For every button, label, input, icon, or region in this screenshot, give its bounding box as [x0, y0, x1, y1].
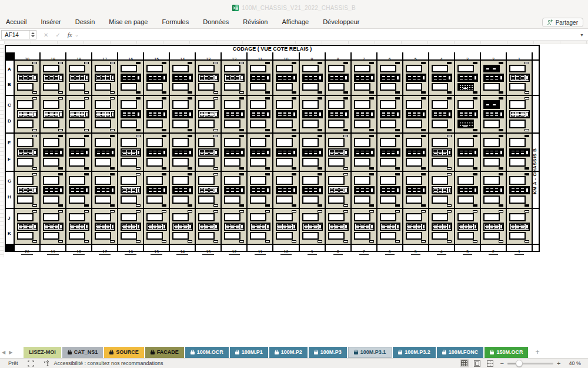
column-headers-strip — [4, 41, 588, 44]
cancel-entry-icon[interactable]: ✕ — [44, 32, 48, 38]
relay-module — [91, 171, 117, 208]
ribbon-tab-dessin[interactable]: Dessin — [68, 18, 102, 25]
name-box[interactable]: AF14 — [1, 30, 36, 39]
page-layout-view-icon[interactable] — [473, 359, 482, 367]
zoom-level-label[interactable]: 40 % — [569, 360, 581, 366]
normal-view-icon[interactable] — [460, 359, 469, 367]
column-number: 10 — [272, 52, 298, 59]
relay-module — [402, 208, 428, 244]
ribbon-tab-données[interactable]: Données — [196, 18, 236, 25]
sheet-tab-100m.p2[interactable]: 100M.P2 — [269, 347, 308, 358]
accessibility-status-label[interactable]: Accessibilité : consultez nos recommanda… — [54, 360, 163, 366]
chassis-side-label: KM A - CHASSIS B — [532, 100, 539, 194]
column-number: 9 — [299, 244, 325, 251]
lock-icon — [314, 352, 318, 354]
page-break-view-icon[interactable] — [486, 359, 495, 367]
relay-module — [14, 95, 39, 132]
sheet-tab-100m.p3[interactable]: 100M.P3 — [309, 347, 347, 358]
sheet-area[interactable]: CODAGE ( VUE COTE RELAIS ) 2019181716151… — [0, 41, 588, 346]
share-button[interactable]: Partager — [542, 18, 583, 27]
ribbon-tabs: AccueilInsérerDessinMise en pageFormules… — [6, 18, 367, 25]
zoom-slider[interactable] — [507, 363, 553, 364]
sheet-tab-150m.ocr[interactable]: 150M.OCR — [485, 347, 528, 358]
relay-module — [246, 95, 272, 132]
sheet-tab-facade[interactable]: FACADE — [145, 347, 184, 358]
column-number: 17 — [91, 244, 117, 251]
relay-module — [428, 132, 454, 171]
relay-module — [428, 171, 454, 208]
tab-scroll-left-icon[interactable]: ◀ — [2, 350, 5, 355]
ribbon-tab-révision[interactable]: Révision — [236, 18, 275, 25]
ribbon-tab-affichage[interactable]: Affichage — [275, 18, 316, 25]
relay-module — [169, 208, 195, 244]
relay-module — [299, 171, 325, 208]
relay-module — [117, 95, 143, 132]
formula-bar-expand-icon[interactable]: ▼ — [580, 33, 584, 37]
relay-module — [272, 208, 298, 244]
relay-module — [454, 132, 480, 171]
formula-bar: AF14 ✕ ✓ fx ⌄ ▼ — [0, 29, 588, 41]
relay-module — [91, 59, 117, 95]
relay-module — [299, 95, 325, 132]
relay-module — [65, 59, 91, 95]
zoom-slider-thumb[interactable] — [516, 360, 523, 367]
insert-function-icon[interactable]: fx — [68, 31, 72, 38]
relay-module — [14, 132, 39, 171]
relay-coding-drawing[interactable]: CODAGE ( VUE COTE RELAIS ) 2019181716151… — [5, 45, 540, 252]
relay-module — [246, 208, 272, 244]
titlebar: 100M_CHASSIS_V21_2022_CHASSIS_B — [0, 0, 588, 15]
sheet-tab-source[interactable]: SOURCE — [104, 347, 144, 358]
relay-module — [91, 132, 117, 171]
lock-icon — [68, 352, 72, 354]
relay-module — [14, 171, 39, 208]
lock-icon — [109, 352, 113, 354]
ribbon-tab-insérer[interactable]: Insérer — [34, 18, 68, 25]
relay-module — [299, 132, 325, 171]
relay-module — [117, 208, 143, 244]
zoom-in-button[interactable]: + — [557, 360, 560, 367]
name-box-stepper[interactable] — [29, 31, 36, 39]
relay-module — [272, 59, 298, 95]
sheet-tab-100m.p3.2[interactable]: 100M.P3.2 — [393, 347, 436, 358]
relay-module — [220, 208, 246, 244]
relay-module — [39, 59, 65, 95]
relay-module — [220, 132, 246, 171]
sheet-tab-100m.p1[interactable]: 100M.P1 — [230, 347, 268, 358]
sheet-tab-100m.ocr[interactable]: 100M.OCR — [185, 347, 229, 358]
relay-module — [299, 208, 325, 244]
sheet-tab-100m.p3.1[interactable]: 100M.P3.1 — [348, 347, 392, 358]
add-sheet-button[interactable]: + — [535, 348, 539, 356]
row-letters: AB — [6, 59, 14, 95]
column-number: 15 — [143, 52, 169, 59]
confirm-entry-icon[interactable]: ✓ — [55, 32, 60, 38]
stepper-down-icon[interactable] — [31, 35, 35, 37]
relay-module — [428, 59, 454, 95]
ribbon-tab-développeur[interactable]: Développeur — [316, 18, 366, 25]
sheet-tab-cat_ns1[interactable]: CAT_NS1 — [62, 347, 103, 358]
relay-module — [480, 132, 506, 171]
sheet-tab-100m.fonc[interactable]: 100M.FONC — [437, 347, 484, 358]
relay-module — [350, 95, 376, 132]
column-number: 8 — [325, 244, 350, 251]
selection-mode-icon[interactable] — [28, 360, 34, 367]
corner-black-square — [6, 244, 14, 251]
lock-icon — [191, 352, 195, 354]
sheet-tab-lisez-moi[interactable]: LISEZ-MOI — [24, 347, 61, 358]
ribbon-tab-mise-en-page[interactable]: Mise en page — [102, 18, 155, 25]
column-number: 2 — [480, 52, 506, 59]
accessibility-check-icon[interactable] — [44, 360, 51, 367]
relay-module — [325, 132, 350, 171]
ribbon-tab-accueil[interactable]: Accueil — [6, 18, 34, 25]
ribbon-tab-formules[interactable]: Formules — [155, 18, 196, 25]
column-number: 4 — [428, 52, 454, 59]
column-number: 13 — [195, 52, 220, 59]
formula-input[interactable] — [79, 29, 580, 40]
tab-scroll-right-icon[interactable]: ▶ — [9, 350, 12, 355]
relay-module — [91, 208, 117, 244]
relay-module — [117, 171, 143, 208]
ready-status-label: Prêt — [8, 360, 18, 366]
drawing-grid: 2019181716151413121110987654321ABCDEFGHJ… — [6, 52, 539, 251]
zoom-out-button[interactable]: − — [500, 360, 504, 367]
lock-icon — [235, 352, 239, 354]
stepper-up-icon[interactable] — [31, 32, 35, 34]
